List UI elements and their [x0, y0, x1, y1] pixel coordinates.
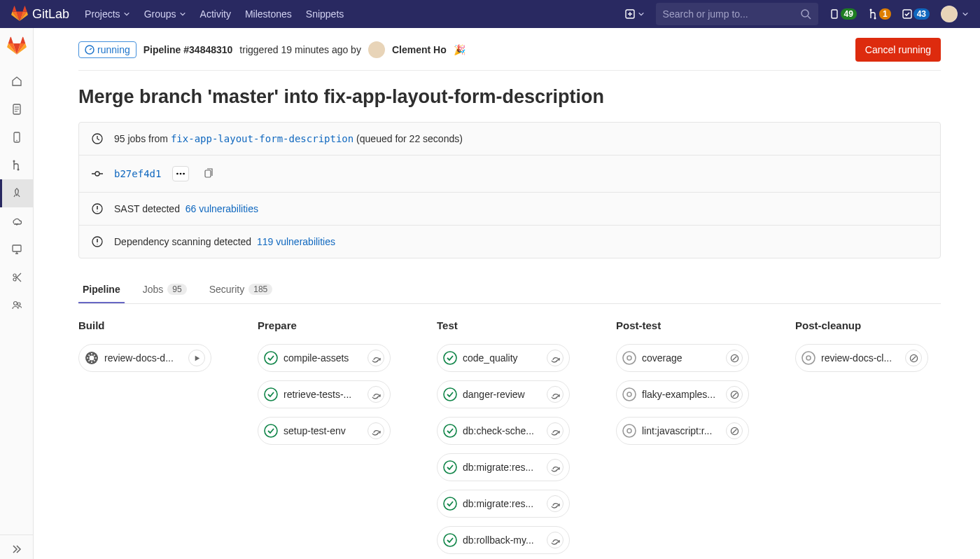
sidebar-expand-button[interactable]	[0, 534, 34, 559]
success-icon	[443, 351, 457, 365]
stage-post-test: Post-testcoverageflaky-examples...lint:j…	[616, 319, 763, 559]
triggered-text: triggered 19 minutes ago by	[239, 44, 361, 55]
unschedule-button[interactable]	[726, 350, 743, 366]
tab-pipeline[interactable]: Pipeline	[78, 275, 125, 303]
todos-counter[interactable]: 43	[902, 8, 930, 20]
cancel-running-button[interactable]: Cancel running	[855, 38, 941, 62]
more-actions-button[interactable]	[172, 166, 189, 181]
job-pill[interactable]: retrieve-tests-...	[258, 380, 391, 408]
job-pill[interactable]: review-docs-d...	[78, 344, 211, 372]
sast-link[interactable]: 66 vulnerabilities	[186, 203, 258, 214]
job-name: lint:javascript:r...	[642, 425, 720, 436]
chevron-down-icon	[123, 11, 130, 18]
search-input[interactable]	[663, 8, 801, 20]
retry-button[interactable]	[547, 422, 564, 439]
stage-title: Post-test	[616, 319, 763, 331]
job-pill[interactable]: code_quality	[437, 344, 570, 372]
job-name: retrieve-tests-...	[284, 389, 362, 400]
job-pill[interactable]: compile-assets	[258, 344, 391, 372]
commit-sha-link[interactable]: b27ef4d1	[114, 168, 161, 179]
success-icon	[443, 424, 457, 438]
sidebar-merge-requests[interactable]	[0, 151, 34, 179]
retry-button[interactable]	[547, 495, 564, 512]
success-icon	[443, 387, 457, 401]
unschedule-button[interactable]	[905, 350, 922, 366]
retry-button[interactable]	[368, 422, 384, 439]
job-pill[interactable]: db:rollback-my...	[437, 526, 570, 554]
job-pill[interactable]: flaky-examples...	[616, 380, 749, 408]
sidebar-issues[interactable]	[0, 123, 34, 151]
main-content: running Pipeline #34848310 triggered 19 …	[34, 28, 980, 559]
sidebar-operations[interactable]	[0, 207, 34, 235]
skipped-icon	[622, 387, 636, 401]
merge-requests-counter[interactable]: 1	[868, 8, 891, 20]
plus-icon	[625, 9, 635, 19]
emoji-icon: 🎉	[454, 44, 465, 55]
job-pill[interactable]: lint:javascript:r...	[616, 417, 749, 445]
tab-count: 185	[248, 284, 272, 295]
retry-button[interactable]	[368, 350, 384, 366]
skipped-icon	[802, 351, 816, 365]
dep-scan-link[interactable]: 119 vulnerabilities	[257, 236, 335, 247]
pipeline-id: Pipeline #34848310	[144, 44, 233, 55]
dependency-scan-row: Dependency scanning detected 119 vulnera…	[79, 225, 940, 258]
branch-link[interactable]: fix-app-layout-form-description	[171, 133, 354, 144]
stage-title: Post-cleanup	[795, 319, 941, 331]
retry-button[interactable]	[547, 532, 564, 548]
success-icon	[443, 497, 457, 511]
job-name: review-docs-d...	[104, 352, 183, 364]
retry-button[interactable]	[368, 386, 384, 403]
user-menu[interactable]	[941, 6, 969, 22]
tanuki-icon	[11, 6, 28, 22]
copy-sha-button[interactable]	[200, 166, 217, 181]
pipeline-graph: Buildreview-docs-d...Preparecompile-asse…	[78, 319, 941, 559]
retry-button[interactable]	[547, 350, 564, 366]
job-pill[interactable]: db:check-sche...	[437, 417, 570, 445]
sidebar-wiki[interactable]	[0, 235, 34, 263]
nav-projects[interactable]: Projects	[78, 0, 137, 28]
stage-post-cleanup: Post-cleanupreview-docs-cl...	[795, 319, 941, 559]
sidebar-members[interactable]	[0, 291, 34, 319]
job-pill[interactable]: setup-test-env	[258, 417, 391, 445]
search-icon	[801, 9, 811, 20]
play-button[interactable]	[188, 350, 205, 366]
sidebar-home[interactable]	[0, 67, 34, 95]
retry-button[interactable]	[547, 386, 564, 403]
unschedule-button[interactable]	[726, 386, 743, 403]
job-pill[interactable]: coverage	[616, 344, 749, 372]
nav-snippets[interactable]: Snippets	[299, 0, 351, 28]
job-pill[interactable]: review-docs-cl...	[795, 344, 928, 372]
job-name: setup-test-env	[284, 425, 362, 436]
job-pill[interactable]: db:migrate:res...	[437, 490, 570, 518]
sidebar-repository[interactable]	[0, 95, 34, 123]
nav-activity[interactable]: Activity	[193, 0, 238, 28]
user-name[interactable]: Clement Ho	[392, 44, 447, 55]
tab-jobs[interactable]: Jobs95	[139, 275, 191, 303]
sidebar-cicd[interactable]	[0, 179, 34, 207]
todo-icon	[902, 8, 912, 20]
stage-title: Build	[78, 319, 225, 331]
mr-count: 1	[879, 8, 891, 20]
chevron-down-icon	[962, 11, 969, 18]
stage-title: Test	[437, 319, 584, 331]
nav-milestones[interactable]: Milestones	[238, 0, 299, 28]
running-icon	[85, 45, 94, 55]
issues-counter[interactable]: 49	[830, 8, 857, 20]
stage-test: Testcode_qualitydanger-reviewdb:check-sc…	[437, 319, 584, 559]
project-avatar-icon[interactable]	[7, 36, 27, 56]
job-pill[interactable]: db:migrate:res...	[437, 453, 570, 481]
retry-button[interactable]	[547, 459, 564, 476]
nav-groups[interactable]: Groups	[137, 0, 193, 28]
success-icon	[264, 424, 278, 438]
tab-count: 95	[167, 284, 186, 295]
global-search[interactable]	[656, 3, 818, 25]
job-pill[interactable]: danger-review	[437, 380, 570, 408]
create-new-dropdown[interactable]	[625, 9, 645, 19]
unschedule-button[interactable]	[726, 422, 743, 439]
stage-build: Buildreview-docs-d...	[78, 319, 225, 559]
brand-logo[interactable]: GitLab	[11, 6, 69, 22]
merge-icon	[868, 8, 878, 20]
tab-security[interactable]: Security185	[205, 275, 277, 303]
user-avatar-small[interactable]	[368, 41, 385, 58]
sidebar-snippets[interactable]	[0, 263, 34, 291]
